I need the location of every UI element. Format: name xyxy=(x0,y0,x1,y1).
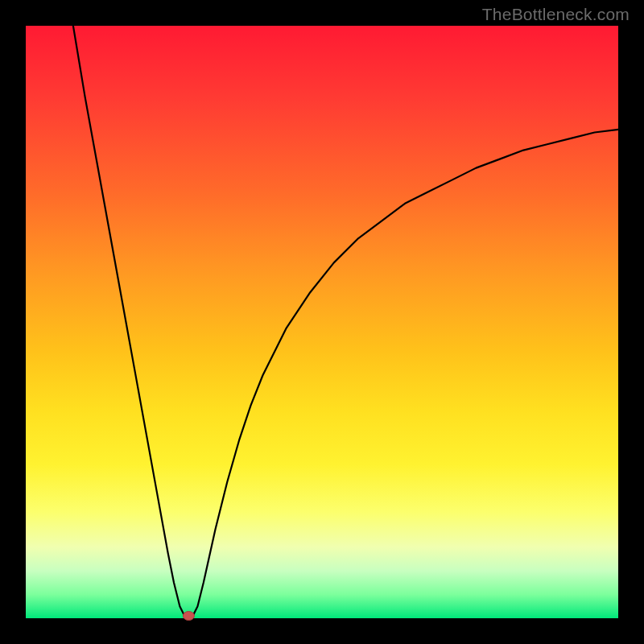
curve-svg xyxy=(26,26,618,618)
plot-area xyxy=(26,26,618,618)
chart-frame: TheBottleneck.com xyxy=(0,0,644,644)
bottleneck-curve xyxy=(73,26,618,618)
min-marker xyxy=(183,612,194,621)
watermark: TheBottleneck.com xyxy=(482,5,630,24)
